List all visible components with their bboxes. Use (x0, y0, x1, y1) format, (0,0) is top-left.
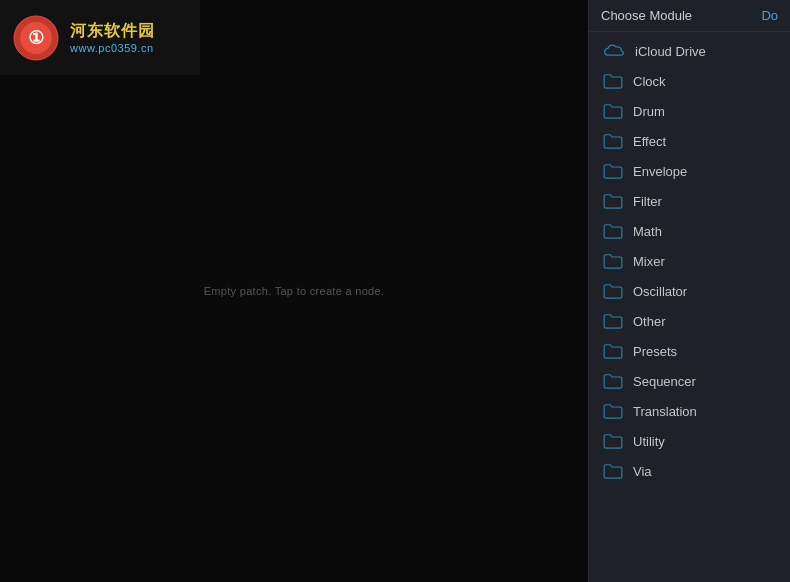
folder-icon (603, 223, 623, 239)
module-label-icloud-drive: iCloud Drive (635, 44, 706, 59)
folder-icon (603, 343, 623, 359)
module-item-filter[interactable]: Filter (589, 186, 790, 216)
module-item-sequencer[interactable]: Sequencer (589, 366, 790, 396)
empty-patch-label: Empty patch. Tap to create a node. (204, 285, 385, 297)
icloud-icon (603, 43, 625, 59)
module-label-clock: Clock (633, 74, 666, 89)
module-item-effect[interactable]: Effect (589, 126, 790, 156)
folder-icon (603, 253, 623, 269)
logo-text: 河东软件园 www.pc0359.cn (70, 21, 155, 54)
logo-icon: ① (12, 14, 60, 62)
module-label-presets: Presets (633, 344, 677, 359)
panel-action-button[interactable]: Do (761, 8, 778, 23)
module-label-filter: Filter (633, 194, 662, 209)
module-item-oscillator[interactable]: Oscillator (589, 276, 790, 306)
module-label-oscillator: Oscillator (633, 284, 687, 299)
module-label-drum: Drum (633, 104, 665, 119)
module-item-drum[interactable]: Drum (589, 96, 790, 126)
module-item-presets[interactable]: Presets (589, 336, 790, 366)
module-label-utility: Utility (633, 434, 665, 449)
module-item-mixer[interactable]: Mixer (589, 246, 790, 276)
module-label-mixer: Mixer (633, 254, 665, 269)
folder-icon (603, 373, 623, 389)
module-label-effect: Effect (633, 134, 666, 149)
logo-line2: www.pc0359.cn (70, 42, 155, 54)
module-item-utility[interactable]: Utility (589, 426, 790, 456)
module-label-envelope: Envelope (633, 164, 687, 179)
panel-header: Choose Module Do (589, 0, 790, 32)
folder-icon (603, 193, 623, 209)
module-label-sequencer: Sequencer (633, 374, 696, 389)
module-label-translation: Translation (633, 404, 697, 419)
module-item-math[interactable]: Math (589, 216, 790, 246)
module-item-via[interactable]: Via (589, 456, 790, 486)
folder-icon (603, 433, 623, 449)
module-item-icloud-drive[interactable]: iCloud Drive (589, 36, 790, 66)
folder-icon (603, 463, 623, 479)
module-label-other: Other (633, 314, 666, 329)
module-item-envelope[interactable]: Envelope (589, 156, 790, 186)
folder-icon (603, 73, 623, 89)
module-label-math: Math (633, 224, 662, 239)
module-list: iCloud Drive Clock Drum Effect Envelope … (589, 32, 790, 582)
logo-line1: 河东软件园 (70, 21, 155, 42)
folder-icon (603, 313, 623, 329)
module-item-other[interactable]: Other (589, 306, 790, 336)
svg-text:①: ① (28, 28, 44, 48)
module-item-translation[interactable]: Translation (589, 396, 790, 426)
folder-icon (603, 103, 623, 119)
right-panel: Choose Module Do iCloud Drive Clock Drum… (588, 0, 790, 582)
logo-area: ① 河东软件园 www.pc0359.cn (0, 0, 200, 75)
module-item-clock[interactable]: Clock (589, 66, 790, 96)
main-canvas[interactable]: Empty patch. Tap to create a node. (0, 0, 588, 582)
folder-icon (603, 133, 623, 149)
panel-title: Choose Module (601, 8, 692, 23)
folder-icon (603, 403, 623, 419)
folder-icon (603, 163, 623, 179)
folder-icon (603, 283, 623, 299)
module-label-via: Via (633, 464, 652, 479)
